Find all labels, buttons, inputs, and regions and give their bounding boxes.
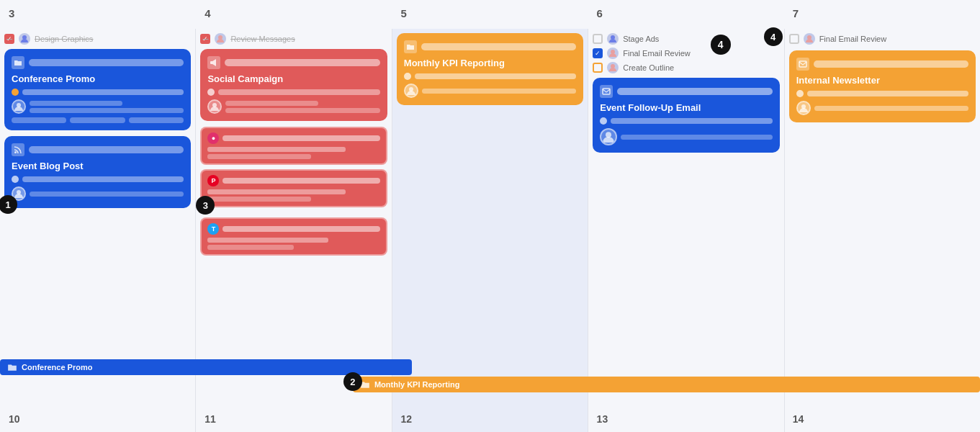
badge-2: 2 bbox=[343, 372, 362, 391]
todo-checkbox-final-email[interactable]: ✓ bbox=[593, 48, 603, 58]
svg-rect-13 bbox=[799, 61, 806, 67]
timeline-bar-kpi[interactable]: Monthly KPI Reporting bbox=[353, 377, 980, 392]
card-avatar-kpi bbox=[404, 84, 418, 98]
card-dot-blog bbox=[12, 176, 19, 183]
card-title-followup: Event Follow-Up Email bbox=[600, 102, 772, 113]
todo-avatar-final-email bbox=[607, 48, 619, 59]
card-folder-icon-kpi bbox=[404, 40, 417, 53]
todo-stage-ads[interactable]: Stage Ads 4 bbox=[593, 33, 779, 45]
todo-avatar-stage bbox=[607, 33, 619, 45]
card-pill-newsletter bbox=[814, 60, 968, 68]
todo-review-messages[interactable]: ✓ Review Messages bbox=[200, 33, 387, 45]
card-title-kpi: Monthly KPI Reporting bbox=[404, 58, 576, 68]
card-megaphone-icon bbox=[207, 56, 220, 69]
card-email-icon-newsletter bbox=[796, 58, 809, 71]
col-header-13: 13 bbox=[588, 413, 784, 425]
card-header-pill bbox=[29, 59, 184, 66]
card-bar-kpi bbox=[415, 73, 576, 79]
card-rss-icon bbox=[12, 143, 24, 156]
card-avatar-social bbox=[207, 99, 222, 114]
card-event-blog-post[interactable]: 1 Event Blog Post bbox=[4, 136, 191, 208]
card-social-campaign[interactable]: Social Campaign bbox=[200, 49, 387, 121]
card-internal-newsletter[interactable]: Internal Newsletter bbox=[789, 50, 976, 122]
card-title-social: Social Campaign bbox=[207, 73, 379, 84]
card-monthly-kpi[interactable]: Monthly KPI Reporting bbox=[397, 33, 583, 105]
card-avatar bbox=[12, 99, 26, 114]
col-header-10: 10 bbox=[0, 413, 196, 425]
pi-pill bbox=[222, 178, 379, 184]
instagram-icon: ● bbox=[207, 132, 219, 144]
col-headers-bottom: 10 11 12 13 14 bbox=[0, 413, 980, 425]
card-title-blog: Event Blog Post bbox=[12, 161, 184, 171]
card-footer-bars-kpi bbox=[422, 89, 576, 94]
todo-create-outline[interactable]: Create Outline bbox=[593, 62, 779, 73]
todo-label-review: Review Messages bbox=[230, 35, 295, 43]
card-footer-bars-newsletter bbox=[814, 106, 968, 111]
todo-design-graphics[interactable]: ✓ Design Graphics bbox=[4, 33, 191, 45]
todo-checkbox-outline[interactable] bbox=[593, 63, 603, 73]
card-bar-blog bbox=[22, 176, 184, 182]
card-bar-followup bbox=[611, 118, 772, 124]
card-footer-bars-followup bbox=[621, 135, 772, 140]
social-card-twitter[interactable]: T bbox=[200, 217, 387, 256]
social-card-instagram[interactable]: ● bbox=[200, 127, 387, 165]
card-email-icon bbox=[600, 85, 613, 98]
todo-label-outline: Create Outline bbox=[623, 63, 674, 72]
todo-final-email-review-col7[interactable]: Final Email Review bbox=[789, 33, 976, 45]
card-bar bbox=[22, 89, 184, 95]
col-header-12: 12 bbox=[392, 413, 588, 425]
todo-final-email-review[interactable]: ✓ Final Email Review bbox=[593, 48, 779, 59]
col-header-4: 4 bbox=[196, 7, 392, 29]
twitter-icon: T bbox=[207, 223, 219, 235]
todo-checkbox-final-col7[interactable] bbox=[789, 34, 799, 44]
col-header-11: 11 bbox=[196, 413, 392, 425]
col-header-5: 5 bbox=[392, 7, 588, 29]
calendar-container: 3 4 5 6 7 ✓ Design Graphics bbox=[0, 0, 980, 432]
card-dot-newsletter bbox=[796, 90, 804, 97]
todo-label-final-col7: Final Email Review bbox=[819, 35, 887, 43]
todo-checkbox-review[interactable]: ✓ bbox=[200, 34, 210, 44]
todo-checkbox-stage[interactable] bbox=[593, 34, 603, 44]
col-header-14: 14 bbox=[784, 413, 980, 425]
card-folder-icon bbox=[12, 56, 24, 69]
timeline-label-kpi: Monthly KPI Reporting bbox=[374, 380, 460, 389]
timeline-label-conference: Conference Promo bbox=[22, 363, 92, 372]
svg-rect-10 bbox=[603, 89, 610, 94]
todo-avatar-outline bbox=[607, 62, 619, 73]
todo-avatar-final-col7 bbox=[804, 33, 815, 45]
col-header-6: 6 bbox=[588, 7, 784, 29]
social-card-pinterest[interactable]: 3 P bbox=[200, 169, 387, 207]
card-avatar-newsletter bbox=[796, 101, 811, 115]
card-dot-social bbox=[207, 89, 215, 96]
card-conference-promo[interactable]: Conference Promo bbox=[4, 49, 191, 130]
card-pill-social bbox=[225, 59, 379, 66]
card-footer-bars-social bbox=[225, 101, 379, 113]
ig-pill bbox=[222, 135, 379, 141]
card-footer-bars bbox=[30, 101, 184, 113]
todo-label-final-email: Final Email Review bbox=[623, 49, 691, 58]
card-dot-followup bbox=[600, 117, 607, 125]
badge-1: 1 bbox=[0, 195, 17, 214]
card-dot bbox=[12, 89, 19, 96]
col-header-3: 3 bbox=[0, 7, 196, 29]
card-bar-social bbox=[218, 89, 379, 95]
pinterest-icon: P bbox=[207, 175, 219, 186]
card-footer-bars-blog bbox=[30, 192, 184, 197]
tw-pill bbox=[222, 226, 379, 232]
svg-point-2 bbox=[14, 151, 17, 153]
card-title-conference: Conference Promo bbox=[12, 73, 184, 84]
card-pill-followup bbox=[617, 88, 772, 95]
todo-checkbox-design[interactable]: ✓ bbox=[4, 34, 14, 44]
badge-3: 3 bbox=[196, 196, 215, 215]
col-headers-top: 3 4 5 6 7 bbox=[0, 7, 980, 29]
todo-avatar-review bbox=[215, 33, 226, 45]
card-bar-newsletter bbox=[807, 91, 968, 96]
card-header-pill-blog bbox=[29, 146, 184, 153]
card-header-pill-kpi bbox=[421, 43, 576, 50]
col-header-7: 7 bbox=[784, 7, 980, 29]
card-avatar-followup bbox=[600, 128, 617, 145]
card-event-followup[interactable]: Event Follow-Up Email bbox=[593, 78, 779, 153]
badge-4-positioned: 4 bbox=[711, 35, 731, 55]
todo-avatar-design bbox=[19, 33, 30, 45]
badge-4: 4 bbox=[764, 27, 783, 46]
